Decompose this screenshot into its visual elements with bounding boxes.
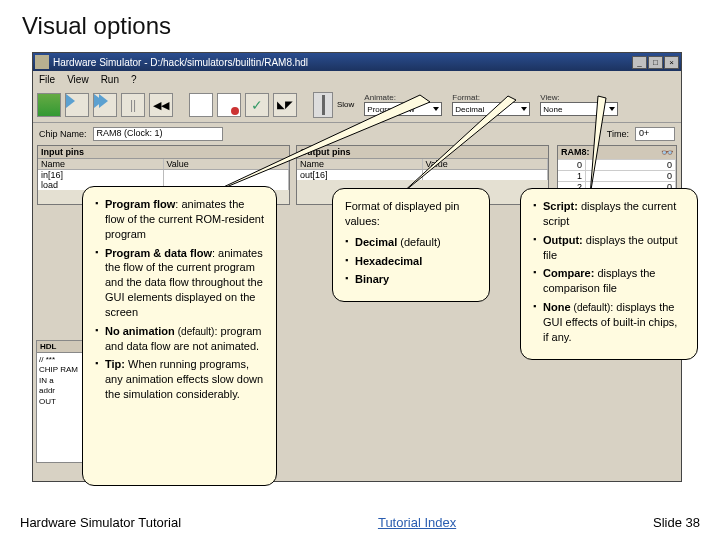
format-label: Format: [452, 93, 530, 102]
slide-number: Slide 38 [653, 515, 700, 530]
breakpoint-icon[interactable] [217, 93, 241, 117]
animate-selector-group: Animate: Program flow [364, 93, 442, 116]
slow-label: Slow [337, 100, 354, 109]
footer: Hardware Simulator Tutorial Tutorial Ind… [20, 515, 700, 530]
menu-run[interactable]: Run [101, 74, 119, 85]
format-select[interactable]: Decimal [452, 102, 530, 116]
speed-slider[interactable] [313, 92, 333, 118]
minimize-button[interactable]: _ [632, 56, 647, 69]
close-button[interactable]: × [664, 56, 679, 69]
step-icon[interactable] [65, 93, 89, 117]
rewind-icon[interactable]: ◀◀ [149, 93, 173, 117]
callout-view: Script: displays the current script Outp… [520, 188, 698, 360]
menubar: File View Run ? [33, 71, 681, 87]
tick-icon[interactable]: ◣◤ [273, 93, 297, 117]
view-label: View: [540, 93, 618, 102]
menu-file[interactable]: File [39, 74, 55, 85]
footer-left: Hardware Simulator Tutorial [20, 515, 181, 530]
view-select[interactable]: None [540, 102, 618, 116]
chipname-field[interactable]: RAM8 (Clock: 1) [93, 127, 223, 141]
maximize-button[interactable]: □ [648, 56, 663, 69]
tutorial-index-link[interactable]: Tutorial Index [378, 515, 456, 530]
table-row[interactable]: 00 [558, 159, 676, 170]
app-icon [35, 55, 49, 69]
slide-title: Visual options [0, 0, 720, 48]
table-row[interactable]: out[16] [297, 170, 548, 180]
chipname-label: Chip Name: [39, 129, 87, 139]
time-label: Time: [607, 129, 629, 139]
table-row[interactable]: in[16] [38, 170, 289, 180]
toolbar: || ◀◀ ✓ ◣◤ Slow Animate: Program flow Fo… [33, 87, 681, 123]
script-icon[interactable] [189, 93, 213, 117]
pause-icon[interactable]: || [121, 93, 145, 117]
callout-format: Format of displayed pin values: Decimal … [332, 188, 490, 302]
chevron-down-icon [609, 107, 615, 111]
view-selector-group: View: None [540, 93, 618, 116]
eval-icon[interactable]: ✓ [245, 93, 269, 117]
format-selector-group: Format: Decimal [452, 93, 530, 116]
binoculars-icon[interactable]: 👓 [661, 147, 673, 158]
chevron-down-icon [521, 107, 527, 111]
callout-animate: Program flow: animates the flow of the c… [82, 186, 277, 486]
window-buttons: _ □ × [632, 56, 679, 69]
hdl-pane: HDL // *** CHIP RAM IN a addr OUT [36, 340, 86, 463]
menu-view[interactable]: View [67, 74, 89, 85]
chevron-down-icon [433, 107, 439, 111]
window-title: Hardware Simulator - D:/hack/simulators/… [53, 57, 632, 68]
chipbar: Chip Name: RAM8 (Clock: 1) Time: 0+ [33, 123, 681, 145]
run-icon[interactable] [93, 93, 117, 117]
chip-icon[interactable] [37, 93, 61, 117]
titlebar: Hardware Simulator - D:/hack/simulators/… [33, 53, 681, 71]
menu-help[interactable]: ? [131, 74, 137, 85]
animate-label: Animate: [364, 93, 442, 102]
time-field: 0+ [635, 127, 675, 141]
table-row[interactable]: 10 [558, 170, 676, 181]
animate-select[interactable]: Program flow [364, 102, 442, 116]
